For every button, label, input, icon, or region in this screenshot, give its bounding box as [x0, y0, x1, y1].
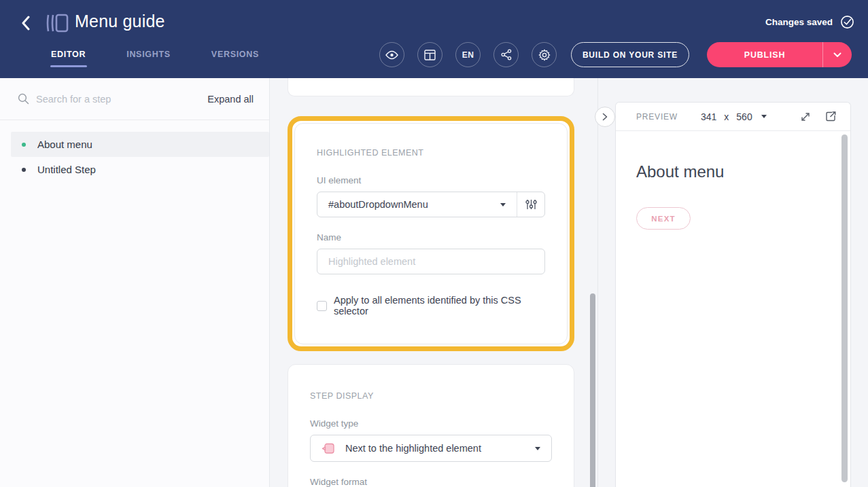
page-title: Menu guide — [75, 12, 165, 31]
publish-split-button: PUBLISH — [707, 42, 852, 67]
expand-all-link[interactable]: Expand all — [207, 94, 254, 105]
chevron-right-icon — [602, 113, 608, 121]
step-label: Untitled Step — [37, 164, 96, 175]
language-label: EN — [462, 50, 474, 60]
save-status: Changes saved — [765, 15, 854, 29]
toolbar-icon-buttons: EN — [379, 42, 557, 67]
highlighted-section-focus-ring: HIGHLIGHTED ELEMENT UI element #aboutDro… — [288, 116, 574, 351]
share-icon — [501, 49, 512, 60]
steps-sidebar: Expand all About menu Untitled Step — [0, 78, 270, 487]
step-search-row: Expand all — [0, 78, 269, 120]
preview-widget-body: About menu NEXT — [616, 162, 850, 230]
chevron-down-icon — [761, 115, 767, 118]
preview-header-actions — [800, 111, 837, 122]
preview-size-select[interactable]: 341 x 560 — [701, 111, 767, 122]
chevron-down-icon — [500, 203, 506, 206]
section-title: STEP DISPLAY — [310, 391, 552, 401]
preview-width-value: 341 — [701, 111, 716, 122]
widget-bubble-icon — [322, 442, 335, 455]
preview-scrollbar-thumb[interactable] — [841, 134, 848, 482]
publish-button[interactable]: PUBLISH — [707, 42, 822, 67]
ui-element-select[interactable]: #aboutDropdownMenu — [317, 192, 517, 217]
preview-step-title: About menu — [636, 162, 830, 181]
search-icon — [18, 93, 29, 105]
chevron-left-icon — [21, 16, 31, 31]
section-title: HIGHLIGHTED ELEMENT — [317, 148, 545, 158]
top-navigation-bar: Menu guide Changes saved EDITOR INSIGHTS… — [0, 0, 868, 78]
ui-element-value: #aboutDropdownMenu — [328, 199, 428, 210]
layout-panel-icon — [424, 50, 436, 60]
preview-title: PREVIEW — [636, 112, 678, 122]
step-list: About menu Untitled Step — [0, 132, 269, 182]
chevron-down-icon — [833, 52, 841, 58]
next-button[interactable]: NEXT — [636, 207, 691, 230]
check-circle-icon — [840, 15, 854, 29]
step-status-dot — [22, 143, 26, 147]
apply-all-checkbox-label: Apply to all elements identified by this… — [334, 295, 545, 317]
chevron-down-icon — [535, 447, 540, 450]
expand-diagonal-icon — [800, 111, 811, 122]
tab-editor[interactable]: EDITOR — [51, 50, 86, 67]
settings-button[interactable] — [532, 42, 557, 67]
ui-element-label: UI element — [317, 175, 545, 186]
editor-scrollbar-thumb[interactable] — [590, 293, 595, 487]
preview-mode-button[interactable] — [379, 42, 404, 67]
external-link-icon — [825, 111, 837, 122]
language-button[interactable]: EN — [455, 42, 481, 67]
widget-type-value: Next to the highlighted element — [345, 443, 525, 454]
back-button[interactable] — [16, 14, 35, 33]
preview-header: PREVIEW 341 x 560 — [616, 103, 850, 131]
share-button[interactable] — [493, 42, 519, 67]
step-status-dot — [22, 168, 26, 172]
open-in-new-window-button[interactable] — [825, 111, 837, 122]
element-advanced-settings-button[interactable] — [517, 192, 544, 217]
widget-format-label: Widget format — [310, 477, 552, 487]
app-window: Menu guide Changes saved EDITOR INSIGHTS… — [0, 0, 868, 487]
expand-preview-button[interactable] — [800, 111, 811, 122]
tour-logo-icon — [46, 13, 69, 33]
preview-size-separator: x — [724, 111, 729, 122]
editor-tabs: EDITOR INSIGHTS VERSIONS — [51, 50, 259, 67]
eye-icon — [385, 50, 398, 60]
preview-panel: PREVIEW 341 x 560 — [615, 102, 851, 487]
step-item-untitled-step[interactable]: Untitled Step — [11, 157, 269, 182]
gear-icon — [538, 49, 551, 61]
sliders-icon — [525, 199, 537, 210]
tab-insights[interactable]: INSIGHTS — [126, 50, 171, 67]
widget-type-label: Widget type — [310, 418, 552, 429]
step-display-card: STEP DISPLAY Widget type Next to the hig… — [288, 364, 574, 487]
publish-dropdown-toggle[interactable] — [823, 42, 852, 67]
preview-height-value: 560 — [736, 111, 752, 122]
build-on-your-site-button[interactable]: BUILD ON YOUR SITE — [571, 42, 689, 67]
highlighted-element-card: HIGHLIGHTED ELEMENT UI element #aboutDro… — [294, 123, 568, 344]
search-step-input[interactable] — [36, 94, 207, 105]
step-label: About menu — [37, 139, 92, 150]
tab-versions[interactable]: VERSIONS — [211, 50, 259, 67]
apply-all-checkbox-row: Apply to all elements identified by this… — [317, 295, 545, 317]
save-status-text: Changes saved — [765, 17, 833, 27]
collapse-preview-button[interactable] — [595, 107, 615, 127]
layout-button[interactable] — [417, 42, 442, 67]
name-label: Name — [317, 232, 545, 243]
apply-all-checkbox[interactable] — [317, 301, 327, 311]
element-name-input[interactable] — [317, 249, 545, 274]
previous-settings-card-partial — [288, 78, 574, 96]
ui-element-select-group: #aboutDropdownMenu — [317, 192, 545, 217]
widget-type-select[interactable]: Next to the highlighted element — [310, 435, 552, 462]
step-item-about-menu[interactable]: About menu — [11, 132, 269, 157]
step-settings-pane: HIGHLIGHTED ELEMENT UI element #aboutDro… — [270, 78, 598, 487]
